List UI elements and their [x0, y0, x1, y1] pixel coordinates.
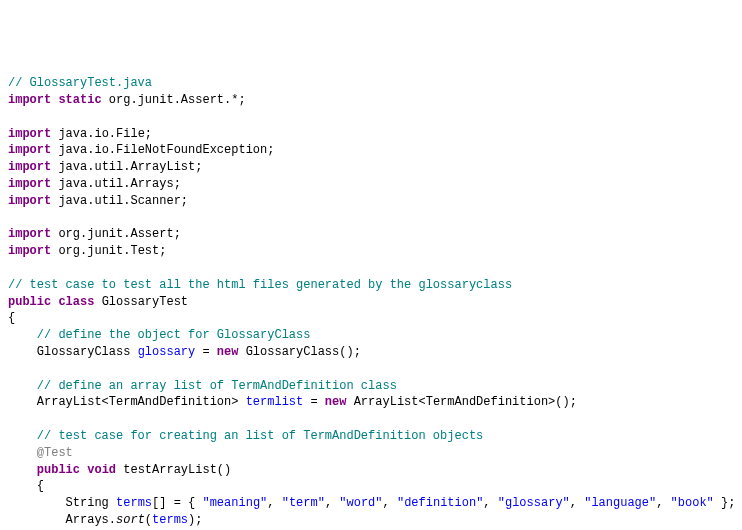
keyword-import: import	[8, 194, 51, 208]
static-method: sort	[116, 513, 145, 527]
comment-line: // GlossaryTest.java	[8, 76, 152, 90]
code-text: [] = {	[152, 496, 202, 510]
string-literal: "glossary"	[498, 496, 570, 510]
code-text: ArrayList<TermAndDefinition>	[8, 395, 246, 409]
var-name: terms	[152, 513, 188, 527]
pkg-text: org.junit.Assert;	[51, 227, 181, 241]
brace: {	[8, 311, 15, 325]
code-text: (	[145, 513, 152, 527]
pkg-text: java.io.File;	[51, 127, 152, 141]
field-name: termlist	[246, 395, 304, 409]
comma: ,	[570, 496, 584, 510]
string-literal: "word"	[339, 496, 382, 510]
string-literal: "book"	[671, 496, 714, 510]
var-name: terms	[116, 496, 152, 510]
comma: ,	[483, 496, 497, 510]
keyword-import: import	[8, 127, 51, 141]
pkg-text: java.util.Scanner;	[51, 194, 188, 208]
code-text: Arrays.	[8, 513, 116, 527]
field-name: glossary	[138, 345, 196, 359]
comment-line: // define an array list of TermAndDefini…	[8, 379, 397, 393]
keyword-new: new	[217, 345, 239, 359]
class-name: GlossaryTest	[94, 295, 188, 309]
code-text: =	[195, 345, 217, 359]
keyword-import: import	[8, 227, 51, 241]
keyword-import: import	[8, 160, 51, 174]
keyword-public: public	[37, 463, 80, 477]
keyword-class: class	[58, 295, 94, 309]
keyword-new: new	[325, 395, 347, 409]
comma: ,	[383, 496, 397, 510]
pkg-text: org.junit.Assert.*;	[102, 93, 246, 107]
code-text: =	[303, 395, 325, 409]
annotation: @Test	[8, 446, 73, 460]
string-literal: "meaning"	[202, 496, 267, 510]
pkg-text: java.io.FileNotFoundException;	[51, 143, 274, 157]
pkg-text: java.util.Arrays;	[51, 177, 181, 191]
code-text: GlossaryClass();	[238, 345, 360, 359]
comma: ,	[325, 496, 339, 510]
method-name: testArrayList()	[116, 463, 231, 477]
pkg-text: org.junit.Test;	[51, 244, 166, 258]
code-block: // GlossaryTest.java import static org.j…	[8, 75, 734, 530]
comment-line: // test case to test all the html files …	[8, 278, 512, 292]
code-text: ArrayList<TermAndDefinition>();	[346, 395, 576, 409]
comment-line: // test case for creating an list of Ter…	[8, 429, 483, 443]
keyword-import: import	[8, 177, 51, 191]
brace: {	[8, 479, 44, 493]
keyword-void: void	[87, 463, 116, 477]
code-text: };	[714, 496, 736, 510]
keyword-static: static	[58, 93, 101, 107]
keyword-import: import	[8, 93, 51, 107]
comma: ,	[656, 496, 670, 510]
code-text: GlossaryClass	[8, 345, 138, 359]
string-literal: "language"	[584, 496, 656, 510]
keyword-import: import	[8, 244, 51, 258]
code-text	[8, 463, 37, 477]
code-text: String	[8, 496, 116, 510]
pkg-text: java.util.ArrayList;	[51, 160, 202, 174]
string-literal: "term"	[282, 496, 325, 510]
keyword-public: public	[8, 295, 51, 309]
comma: ,	[267, 496, 281, 510]
string-literal: "definition"	[397, 496, 483, 510]
keyword-import: import	[8, 143, 51, 157]
comment-line: // define the object for GlossaryClass	[8, 328, 310, 342]
code-text: );	[188, 513, 202, 527]
